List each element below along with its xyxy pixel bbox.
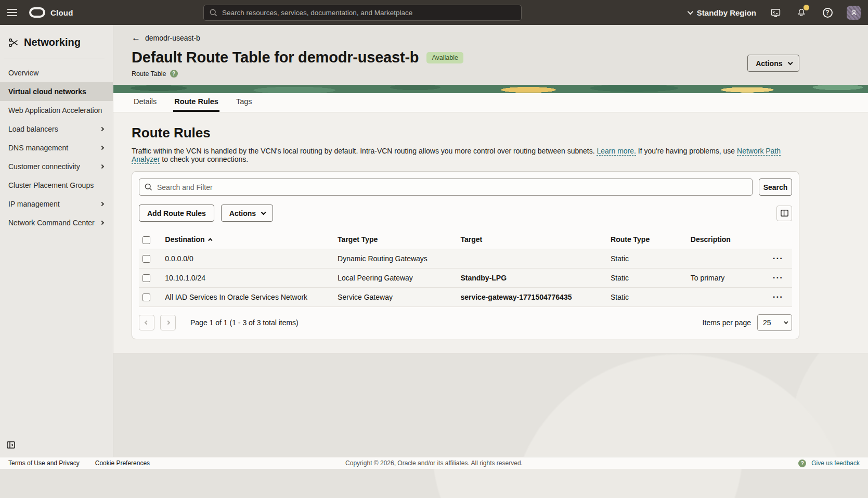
table-row: 10.10.1.0/24 Local Peering Gateway Stand… bbox=[139, 268, 792, 287]
menu-icon[interactable] bbox=[0, 0, 24, 25]
networking-icon bbox=[8, 37, 19, 48]
feedback-help-icon[interactable]: ? bbox=[798, 459, 806, 467]
brand[interactable]: Cloud bbox=[29, 7, 73, 18]
global-search[interactable] bbox=[203, 5, 522, 21]
table-row: All IAD Services In Oracle Services Netw… bbox=[139, 287, 792, 307]
sidebar-item-overview[interactable]: Overview bbox=[0, 63, 113, 82]
global-search-input[interactable] bbox=[222, 9, 516, 17]
tab-tags[interactable]: Tags bbox=[235, 93, 253, 112]
region-label: Standby Region bbox=[697, 8, 756, 17]
sidebar-item-load-balancers[interactable]: Load balancers bbox=[0, 120, 113, 138]
items-per-page-label: Items per page bbox=[703, 318, 751, 327]
cell-target-type: Service Gateway bbox=[338, 287, 460, 307]
breadcrumb: ← demodr-useast-b bbox=[132, 33, 799, 42]
sidebar-item-virtual-cloud-networks[interactable]: Virtual cloud networks bbox=[0, 82, 113, 101]
next-page-button[interactable] bbox=[160, 315, 176, 330]
sidebar-collapse-icon[interactable] bbox=[6, 440, 17, 451]
give-feedback-link[interactable]: Give us feedback bbox=[811, 459, 860, 467]
cell-target: Standby-LPG bbox=[460, 268, 611, 287]
cell-target: service-gateway-1771504776435 bbox=[460, 287, 611, 307]
tab-route-rules[interactable]: Route Rules bbox=[173, 93, 219, 112]
cell-destination: All IAD Services In Oracle Services Netw… bbox=[165, 287, 338, 307]
notifications-bell-icon[interactable] bbox=[795, 6, 808, 19]
sidebar-item-customer-connectivity[interactable]: Customer connectivity bbox=[0, 157, 113, 176]
breadcrumb-link[interactable]: demodr-useast-b bbox=[145, 34, 200, 42]
terms-link[interactable]: Terms of Use and Privacy bbox=[8, 459, 80, 467]
cell-destination: 10.10.1.0/24 bbox=[165, 268, 338, 287]
page-header: ← demodr-useast-b Default Route Table fo… bbox=[113, 25, 868, 85]
sidebar-item-cluster-placement-groups[interactable]: Cluster Placement Groups bbox=[0, 176, 113, 195]
row-actions-button[interactable]: ··· bbox=[773, 292, 783, 302]
sidebar-item-network-command-center[interactable]: Network Command Center bbox=[0, 213, 113, 232]
chevron-left-icon bbox=[145, 321, 149, 325]
row-actions-button[interactable]: ··· bbox=[773, 273, 783, 283]
sidebar-item-ip-management[interactable]: IP management bbox=[0, 195, 113, 213]
chevron-right-icon bbox=[166, 321, 170, 325]
items-per-page-select[interactable]: 25 bbox=[757, 314, 792, 331]
row-checkbox[interactable] bbox=[142, 274, 150, 282]
chevron-right-icon bbox=[100, 221, 104, 225]
row-checkbox[interactable] bbox=[142, 255, 150, 263]
status-badge: Available bbox=[426, 52, 463, 63]
row-actions-button[interactable]: ··· bbox=[773, 253, 783, 264]
previous-page-button[interactable] bbox=[139, 315, 154, 330]
sidebar-item-web-application-acceleration[interactable]: Web Application Acceleration bbox=[0, 101, 113, 120]
column-settings-button[interactable] bbox=[776, 206, 792, 221]
resource-help-icon[interactable]: ? bbox=[170, 70, 178, 78]
column-header-target-type: Target Type bbox=[338, 233, 460, 249]
chevron-right-icon bbox=[100, 164, 104, 169]
cell-description bbox=[691, 249, 769, 268]
filter-input[interactable] bbox=[139, 178, 753, 196]
column-header-target: Target bbox=[460, 233, 611, 249]
cookie-preferences-link[interactable]: Cookie Preferences bbox=[95, 459, 150, 467]
decorative-banner bbox=[113, 85, 868, 93]
select-all-checkbox[interactable] bbox=[142, 236, 150, 244]
section-description: Traffic within the VCN is handled by the… bbox=[132, 147, 799, 163]
oracle-logo-icon bbox=[29, 7, 45, 18]
page-title: Default Route Table for demodr-useast-b bbox=[132, 49, 419, 66]
sidebar-item-dns-management[interactable]: DNS management bbox=[0, 138, 113, 157]
search-button[interactable]: Search bbox=[759, 178, 792, 196]
cell-target bbox=[460, 249, 611, 268]
help-icon[interactable]: ? bbox=[821, 6, 834, 19]
row-checkbox[interactable] bbox=[142, 293, 150, 301]
cell-route-type: Static bbox=[611, 249, 691, 268]
pagination-label: Page 1 of 1 (1 - 3 of 3 total items) bbox=[190, 318, 299, 327]
column-header-destination[interactable]: Destination bbox=[165, 235, 212, 244]
section-title: Route Rules bbox=[132, 125, 799, 141]
region-selector[interactable]: Standby Region bbox=[688, 8, 756, 17]
tab-details[interactable]: Details bbox=[133, 93, 158, 112]
chevron-down-icon bbox=[784, 320, 788, 324]
divider bbox=[4, 58, 105, 58]
cell-destination: 0.0.0.0/0 bbox=[165, 249, 338, 268]
table-row: 0.0.0.0/0 Dynamic Routing Gateways Stati… bbox=[139, 249, 792, 268]
route-rules-panel: Route Rules Traffic within the VCN is ha… bbox=[113, 112, 868, 353]
add-route-rules-button[interactable]: Add Route Rules bbox=[139, 205, 214, 222]
sort-ascending-icon bbox=[208, 238, 212, 242]
chevron-right-icon bbox=[100, 202, 104, 206]
tab-bar: Details Route Rules Tags bbox=[113, 93, 868, 112]
top-bar: Cloud Standby Region ? bbox=[0, 0, 868, 25]
column-header-route-type: Route Type bbox=[611, 233, 691, 249]
cell-target-type: Local Peering Gateway bbox=[338, 268, 460, 287]
learn-more-link[interactable]: Learn more. bbox=[597, 147, 636, 156]
resource-type-label: Route Table bbox=[132, 70, 166, 78]
cell-route-type: Static bbox=[611, 287, 691, 307]
brand-label: Cloud bbox=[50, 8, 73, 17]
user-avatar[interactable] bbox=[847, 6, 861, 20]
chevron-right-icon bbox=[100, 127, 104, 131]
header-actions-button[interactable]: Actions bbox=[747, 55, 799, 72]
column-header-description: Description bbox=[691, 233, 769, 249]
chevron-down-icon bbox=[688, 9, 693, 15]
route-rules-table: Destination Target Type Target Route Typ… bbox=[139, 233, 792, 307]
search-icon bbox=[209, 8, 218, 17]
search-icon bbox=[144, 183, 153, 191]
cloud-shell-icon[interactable] bbox=[769, 6, 782, 19]
back-arrow-icon[interactable]: ← bbox=[132, 33, 140, 42]
cell-description: To primary bbox=[691, 268, 769, 287]
sidebar: Networking Overview Virtual cloud networ… bbox=[0, 25, 113, 457]
chevron-down-icon bbox=[261, 210, 266, 214]
footer: Copyright © 2026, Oracle and/or its affi… bbox=[0, 457, 868, 469]
table-actions-button[interactable]: Actions bbox=[221, 205, 273, 222]
sidebar-title: Networking bbox=[24, 36, 81, 48]
